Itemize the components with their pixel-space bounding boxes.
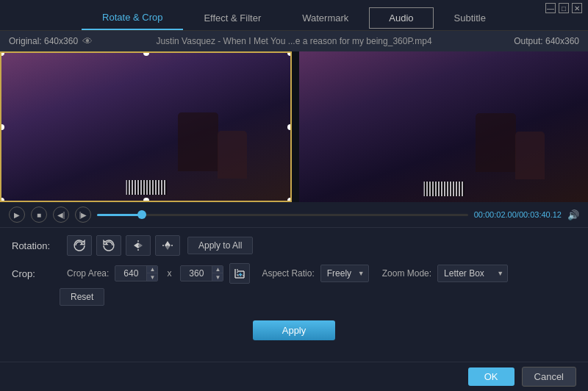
crop-height-input-wrap: ▲ ▼ bbox=[180, 265, 223, 281]
timeline-track[interactable] bbox=[97, 214, 468, 216]
play-button[interactable]: ▶ bbox=[9, 207, 25, 223]
next-frame-button[interactable]: |▶ bbox=[75, 207, 91, 223]
scene-figure2-r bbox=[515, 132, 545, 179]
crop-height-up[interactable]: ▲ bbox=[212, 266, 223, 273]
filename-text: Justin Vasquez - When I Met You ...e a r… bbox=[97, 36, 491, 46]
crop-height-input[interactable] bbox=[181, 266, 212, 281]
close-button[interactable]: ✕ bbox=[572, 3, 582, 13]
crop-width-input-wrap: ▲ ▼ bbox=[115, 265, 158, 281]
crop-width-spinners: ▲ ▼ bbox=[146, 266, 157, 281]
flip-horizontal-button[interactable] bbox=[126, 235, 151, 256]
stop-button[interactable]: ■ bbox=[31, 207, 47, 223]
crop-width-down[interactable]: ▼ bbox=[147, 273, 157, 281]
title-bar: — □ ✕ bbox=[539, 0, 588, 16]
tab-subtitle[interactable]: Subtitle bbox=[434, 7, 506, 29]
tab-audio[interactable]: Audio bbox=[369, 7, 433, 29]
barcode-left bbox=[126, 180, 166, 195]
tab-bar: Rotate & Crop Effect & Filter Watermark … bbox=[0, 0, 588, 31]
scene-figure bbox=[178, 112, 218, 171]
crop-handle-ml[interactable] bbox=[0, 124, 4, 130]
controls-panel: Rotation: bbox=[0, 227, 588, 315]
zoom-mode-label: Zoom Mode: bbox=[382, 268, 431, 279]
apply-button[interactable]: Apply bbox=[253, 320, 336, 340]
zoom-mode-select-wrap: Letter Box Pan & Scan Full ▼ bbox=[437, 265, 508, 282]
preview-image-left bbox=[1, 53, 290, 201]
apply-area: Apply bbox=[0, 315, 588, 343]
barcode-right bbox=[423, 182, 464, 196]
crop-label: Crop: bbox=[12, 268, 60, 279]
volume-icon[interactable]: 🔊 bbox=[567, 209, 579, 220]
crop-controls: Crop Area: ▲ ▼ x ▲ ▼ bbox=[67, 263, 508, 284]
scene-figure-r bbox=[476, 113, 516, 172]
rotation-buttons bbox=[67, 235, 180, 256]
rotate-cw-button[interactable] bbox=[96, 235, 121, 256]
output-label: Output: 640x360 bbox=[491, 36, 579, 46]
crop-handle-br[interactable] bbox=[287, 198, 292, 202]
timeline-fill bbox=[97, 214, 142, 216]
ok-button[interactable]: OK bbox=[468, 367, 514, 386]
aspect-ratio-select[interactable]: Freely 16:9 4:3 1:1 9:16 bbox=[320, 265, 369, 282]
aspect-ratio-select-wrap: Freely 16:9 4:3 1:1 9:16 ▼ bbox=[320, 265, 369, 282]
eye-icon[interactable]: 👁 bbox=[82, 35, 93, 47]
tab-rotate-crop[interactable]: Rotate & Crop bbox=[82, 6, 183, 30]
total-time: 00:03:40.12 bbox=[519, 210, 562, 219]
rotation-row: Rotation: bbox=[12, 235, 576, 256]
timeline-thumb[interactable] bbox=[137, 210, 146, 219]
crop-width-input[interactable] bbox=[115, 266, 146, 281]
maximize-button[interactable]: □ bbox=[559, 3, 569, 13]
crop-width-up[interactable]: ▲ bbox=[147, 266, 157, 273]
crop-handle-tm[interactable] bbox=[143, 51, 149, 56]
x-separator: x bbox=[164, 268, 174, 279]
preview-divider bbox=[292, 51, 299, 202]
scene-figure2 bbox=[218, 131, 247, 179]
prev-frame-button[interactable]: ◀| bbox=[53, 207, 69, 223]
preview-left bbox=[0, 51, 292, 202]
crop-height-spinners: ▲ ▼ bbox=[212, 266, 223, 281]
crop-handle-bl[interactable] bbox=[0, 198, 4, 202]
crop-area-label: Crop Area: bbox=[67, 268, 109, 279]
transport-bar: ▶ ■ ◀| |▶ 00:00:02.00/00:03:40.12 🔊 bbox=[0, 202, 588, 227]
reset-button[interactable]: Reset bbox=[60, 288, 104, 306]
minimize-button[interactable]: — bbox=[545, 3, 556, 13]
preview-area bbox=[0, 51, 588, 202]
aspect-ratio-label: Aspect Ratio: bbox=[262, 268, 314, 279]
apply-all-button[interactable]: Apply to All bbox=[187, 237, 253, 254]
preview-right bbox=[299, 51, 588, 202]
bottom-bar: OK Cancel bbox=[0, 362, 588, 391]
crop-icon-button[interactable] bbox=[229, 263, 250, 284]
preview-image-right bbox=[299, 51, 588, 202]
crop-height-down[interactable]: ▼ bbox=[212, 273, 223, 281]
zoom-mode-select[interactable]: Letter Box Pan & Scan Full bbox=[437, 265, 508, 282]
filename-bar: Original: 640x360 👁 Justin Vasquez - Whe… bbox=[0, 31, 588, 51]
tab-watermark[interactable]: Watermark bbox=[282, 7, 369, 29]
rotation-label: Rotation: bbox=[12, 240, 60, 251]
time-display: 00:00:02.00/00:03:40.12 bbox=[474, 210, 562, 219]
crop-handle-tr[interactable] bbox=[287, 51, 292, 56]
current-time: 00:00:02.00 bbox=[474, 210, 517, 219]
tab-effect-filter[interactable]: Effect & Filter bbox=[183, 7, 282, 29]
crop-handle-mr[interactable] bbox=[287, 124, 292, 130]
crop-handle-bm[interactable] bbox=[143, 198, 149, 202]
original-label: Original: 640x360 👁 bbox=[9, 35, 97, 47]
rotate-ccw-button[interactable] bbox=[67, 235, 92, 256]
crop-row: Crop: Crop Area: ▲ ▼ x ▲ ▼ bbox=[12, 263, 576, 284]
flip-vertical-button[interactable] bbox=[155, 235, 180, 256]
cancel-button[interactable]: Cancel bbox=[522, 367, 576, 387]
